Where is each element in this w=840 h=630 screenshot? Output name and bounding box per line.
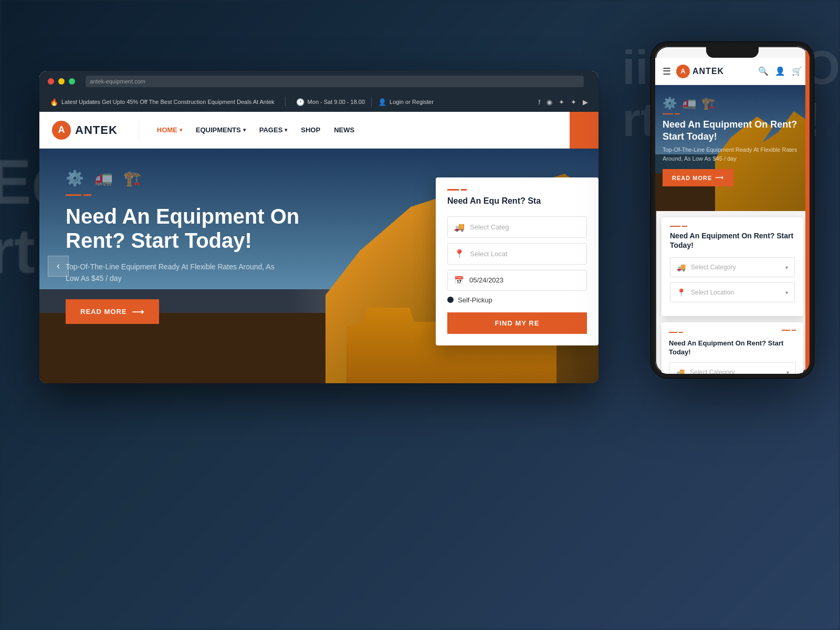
- mobile-device: ☰ A ANTEK 🔍 👤 🛒 ⚙️ 🚛 🏗️: [651, 42, 814, 378]
- msc-dividers: [670, 226, 795, 227]
- promo-text: Latest Updates Get Upto 45% Off The Best…: [61, 99, 275, 105]
- crane-icon: 🏗️: [123, 170, 142, 187]
- sw-date-field[interactable]: 📅 05/24/2023: [447, 270, 587, 291]
- nav-news[interactable]: NEWS: [329, 123, 360, 137]
- url-bar[interactable]: antek-equipment.com: [86, 76, 584, 87]
- sw-find-button[interactable]: FIND MY RE: [447, 312, 587, 334]
- sw-title: Need An Equ Rent? Sta: [447, 196, 587, 207]
- hero-prev-button[interactable]: ‹: [48, 256, 69, 277]
- nav-divider: [139, 120, 139, 141]
- msc-category-placeholder: Select Category: [691, 264, 780, 271]
- announcement-bar: 🔥 Latest Updates Get Upto 45% Off The Be…: [39, 92, 598, 112]
- mobile-crane-icon: 🏗️: [701, 97, 716, 110]
- clock-icon: 🕐: [296, 98, 304, 106]
- mobile-menu-icon[interactable]: ☰: [663, 66, 671, 77]
- maximize-dot[interactable]: [69, 78, 75, 85]
- drill-icon: ⚙️: [66, 170, 84, 187]
- sw-radio-label: Self-Pickup: [458, 296, 492, 304]
- sw-location-field[interactable]: 📍 Select Locat: [447, 243, 587, 265]
- pages-caret: ▾: [285, 127, 287, 133]
- sw-date-value: 05/24/2023: [469, 276, 503, 284]
- mc2-fields: 🚚 Select Category ▾ 📍 Select Location ▾: [669, 362, 796, 378]
- sw-location-icon: 📍: [454, 249, 465, 259]
- mobile-card2: Need An Equipment On Rent? Start Today! …: [662, 322, 803, 378]
- nav-pages[interactable]: PAGES ▾: [254, 123, 293, 137]
- browser-topbar: antek-equipment.com: [39, 71, 598, 92]
- hero-cta-button[interactable]: READ MORE ⟶: [66, 299, 159, 324]
- facebook-icon[interactable]: f: [538, 98, 540, 106]
- mobile-search-card: Need An Equipment On Rent? Start Today! …: [662, 217, 803, 316]
- msc-truck-icon: 🚚: [677, 263, 686, 271]
- mc2-category-field[interactable]: 🚚 Select Category ▾: [669, 362, 796, 378]
- mc2-dividers-left: [669, 330, 683, 333]
- mobile-hero: ⚙️ 🚛 🏗️ Need An Equipment On Rent? Start…: [655, 85, 810, 211]
- nav-shop[interactable]: SHOP: [296, 123, 326, 137]
- ann-divider-2: [371, 97, 372, 107]
- mobile-frame: ☰ A ANTEK 🔍 👤 🛒 ⚙️ 🚛 🏗️: [651, 42, 814, 378]
- mobile-hero-subtitle: Top-Of-The-Line Equipment Ready At Flexi…: [655, 145, 810, 163]
- mobile-cta-arrow: ⟶: [715, 174, 724, 181]
- mobile-nav-icons: 🔍 👤 🛒: [758, 66, 802, 76]
- sw-category-field[interactable]: 🚚 Select Categ: [447, 216, 587, 238]
- desktop-nav: A ANTEK HOME ▾ EQUIPMENTS ▾ PAGES ▾ SHOP…: [39, 112, 598, 149]
- mobile-cart-icon[interactable]: 🛒: [792, 66, 802, 76]
- mc2-category-caret: ▾: [786, 370, 789, 375]
- mobile-drill-icon: ⚙️: [663, 97, 677, 110]
- close-dot[interactable]: [48, 78, 54, 85]
- hero-title: Need An Equipment On Rent? Start Today!: [66, 204, 318, 253]
- equipments-caret: ▾: [243, 127, 246, 133]
- home-caret: ▾: [180, 127, 182, 133]
- desktop-browser-window: antek-equipment.com 🔥 Latest Updates Get…: [39, 71, 598, 383]
- nav-home[interactable]: HOME ▾: [152, 123, 187, 137]
- msc-location-field[interactable]: 📍 Select Location ▾: [670, 282, 795, 302]
- promo-announcement: 🔥 Latest Updates Get Upto 45% Off The Be…: [50, 98, 275, 106]
- mobile-hero-title: Need An Equipment On Rent? Start Today!: [655, 119, 810, 142]
- mc2-category-placeholder: Select Category: [690, 369, 781, 376]
- mobile-hero-dividers: [655, 113, 810, 119]
- mobile-nav: ☰ A ANTEK 🔍 👤 🛒: [655, 58, 810, 85]
- msc-category-caret: ▾: [785, 265, 788, 270]
- instagram-icon[interactable]: ◉: [547, 98, 552, 106]
- nav-equipments[interactable]: EQUIPMENTS ▾: [191, 123, 251, 137]
- url-text: antek-equipment.com: [90, 78, 145, 85]
- search-widget: Need An Equ Rent? Sta 🚚 Select Categ 📍 S…: [436, 177, 598, 345]
- hero-cta-arrow: ⟶: [132, 307, 144, 317]
- logo-icon: A: [52, 121, 71, 140]
- nav-orange-bar: [570, 112, 598, 149]
- sw-radio-row: Self-Pickup: [447, 296, 587, 304]
- msc-dl-2: [682, 226, 687, 227]
- msc-category-field[interactable]: 🚚 Select Category ▾: [670, 257, 795, 277]
- sw-radio-button[interactable]: [447, 297, 454, 303]
- mobile-hero-icons: ⚙️ 🚛 🏗️: [655, 85, 810, 113]
- sw-truck-icon: 🚚: [454, 222, 465, 232]
- msc-location-placeholder: Select Location: [691, 289, 780, 296]
- mc2-truck-icon: 🚚: [676, 368, 685, 376]
- time-text: Mon - Sat 9.00 - 18.00: [308, 99, 365, 105]
- hero-cta-label: READ MORE: [80, 308, 127, 316]
- msc-location-caret: ▾: [785, 290, 788, 296]
- auth-announcement: 👤 Login or Register: [378, 98, 434, 106]
- mc2-dividers-right: [782, 330, 796, 331]
- twitter-icon[interactable]: ✦: [571, 98, 576, 106]
- mobile-user-icon[interactable]: 👤: [775, 66, 785, 76]
- sw-dl-1: [447, 189, 459, 191]
- mobile-hero-cta[interactable]: READ MORE ⟶: [663, 169, 733, 186]
- minimize-dot[interactable]: [58, 78, 65, 85]
- hdl-1: [66, 194, 81, 196]
- mobile-search-icon[interactable]: 🔍: [758, 66, 769, 76]
- desktop-logo[interactable]: A ANTEK: [52, 121, 118, 140]
- truck-equipment-icon: 🚛: [94, 170, 113, 187]
- sw-calendar-icon: 📅: [454, 276, 464, 285]
- mc2-title: Need An Equipment On Rent? Start Today!: [669, 339, 796, 357]
- auth-text: Login or Register: [390, 99, 434, 105]
- ann-divider-1: [285, 97, 286, 107]
- mobile-cta-label: READ MORE: [672, 175, 712, 181]
- youtube-icon[interactable]: ▶: [583, 98, 588, 106]
- logo-text: ANTEK: [75, 123, 118, 137]
- mhdl-2: [675, 113, 680, 114]
- pinterest-icon[interactable]: ✦: [559, 98, 564, 106]
- mobile-logo-text: ANTEK: [692, 67, 724, 76]
- social-icons: f ◉ ✦ ✦ ▶: [538, 98, 588, 106]
- msc-location-icon: 📍: [677, 288, 686, 297]
- mobile-logo[interactable]: A ANTEK: [676, 65, 753, 78]
